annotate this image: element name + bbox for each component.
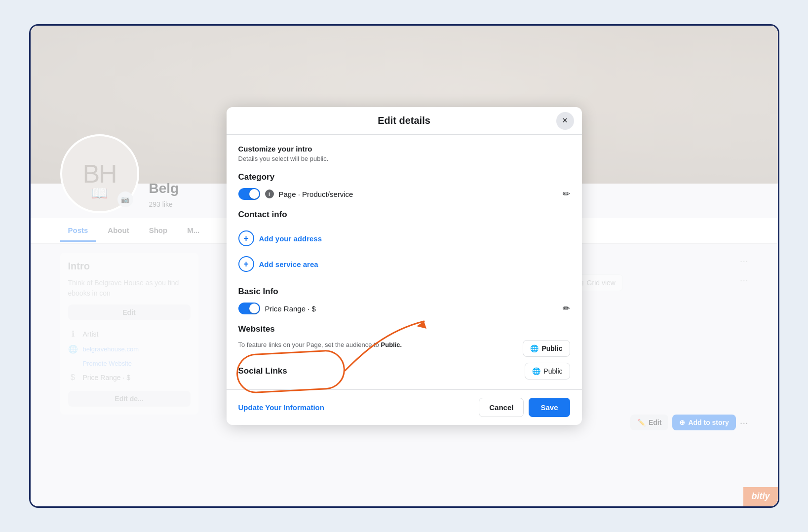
social-globe-icon: 🌐 — [532, 367, 540, 375]
basic-info-toggle-left: Price Range · $ — [238, 303, 316, 314]
cancel-button[interactable]: Cancel — [479, 398, 524, 417]
modal-overlay: Edit details × Customize your intro Deta… — [31, 26, 778, 506]
price-range-toggle[interactable] — [238, 303, 260, 314]
social-links-row: Social Links 🌐 Public — [238, 363, 570, 380]
footer-buttons: Cancel Save — [479, 398, 570, 417]
add-address-label: Add your address — [259, 234, 322, 243]
add-address-icon: + — [238, 230, 254, 246]
category-info-icon[interactable]: i — [265, 190, 274, 198]
add-service-icon: + — [238, 256, 254, 272]
basic-info-title: Basic Info — [238, 287, 570, 297]
category-label: Page · Product/service — [279, 190, 353, 198]
modal-title: Edit details — [378, 115, 430, 126]
social-public-button[interactable]: 🌐 Public — [525, 363, 570, 380]
add-service-area-item[interactable]: + Add service area — [238, 251, 570, 277]
category-toggle-left: i Page · Product/service — [238, 188, 353, 200]
edit-details-modal: Edit details × Customize your intro Deta… — [227, 107, 582, 425]
add-address-item[interactable]: + Add your address — [238, 226, 570, 251]
websites-title: Websites — [238, 324, 570, 334]
modal-header: Edit details × — [227, 107, 582, 135]
add-service-label: Add service area — [259, 260, 318, 268]
update-info-link[interactable]: Update Your Information — [238, 403, 324, 412]
save-button[interactable]: Save — [529, 398, 570, 417]
price-range-edit-icon[interactable]: ✏ — [563, 303, 570, 314]
social-links-title: Social Links — [238, 366, 287, 376]
websites-row: To feature links on your Page, set the a… — [238, 340, 570, 357]
modal-footer: Update Your Information Cancel Save — [227, 389, 582, 425]
websites-desc: To feature links on your Page, set the a… — [238, 340, 517, 350]
category-toggle-row: i Page · Product/service ✏ — [238, 188, 570, 200]
basic-info-toggle-row: Price Range · $ ✏ — [238, 303, 570, 314]
contact-info-title: Contact info — [238, 210, 570, 220]
outer-frame: BH 📖 📷 Belg 293 like Posts About Shop M.… — [29, 24, 779, 508]
category-toggle[interactable] — [238, 188, 260, 200]
price-range-label: Price Range · $ — [265, 304, 316, 313]
websites-globe-icon: 🌐 — [530, 344, 539, 352]
category-title: Category — [238, 172, 570, 182]
customize-desc: Details you select will be public. — [238, 155, 570, 162]
modal-close-button[interactable]: × — [556, 112, 574, 130]
websites-public-button[interactable]: 🌐 Public — [523, 340, 570, 357]
category-edit-icon[interactable]: ✏ — [563, 189, 570, 199]
modal-body: Customize your intro Details you select … — [227, 135, 582, 389]
customize-subtitle: Customize your intro — [238, 145, 570, 153]
